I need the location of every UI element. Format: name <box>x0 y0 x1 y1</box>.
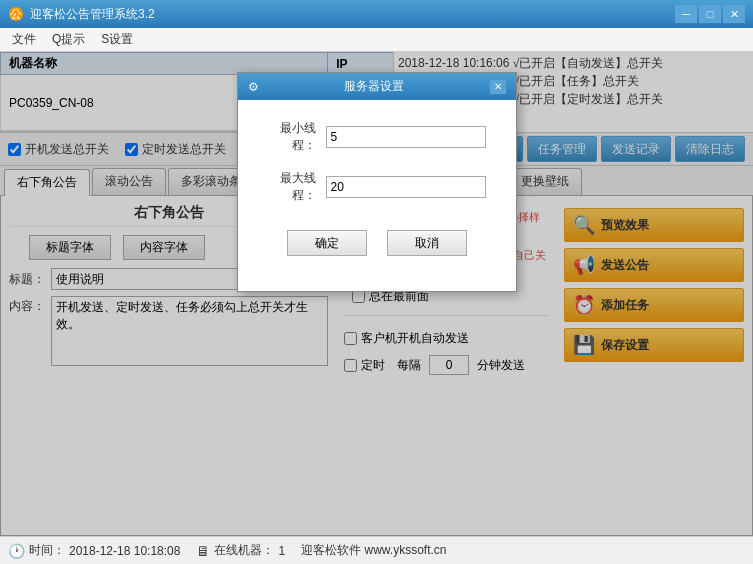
online-label: 在线机器： <box>214 542 274 559</box>
clock-icon: 🕐 <box>8 543 25 559</box>
dialog-title-text: 服务器设置 <box>344 78 404 95</box>
main-content: 机器名称 IP 分组 PC0359_CN-08 127.0.0.1 默认分组 2… <box>0 52 753 536</box>
monitor-icon: 🖥 <box>196 543 210 559</box>
menu-file[interactable]: 文件 <box>4 29 44 50</box>
close-button[interactable]: ✕ <box>723 5 745 23</box>
status-bar: 🕐 时间： 2018-12-18 10:18:08 🖥 在线机器： 1 迎客松软… <box>0 536 753 564</box>
title-bar-title: 迎客松公告管理系统3.2 <box>30 6 675 23</box>
dialog-body: 最小线程： 最大线程： 确定 取消 <box>238 100 516 291</box>
dialog-close-button[interactable]: ✕ <box>490 80 506 94</box>
min-thread-row: 最小线程： <box>268 120 486 154</box>
server-settings-dialog: ⚙ 服务器设置 ✕ 最小线程： 最大线程： 确定 取消 <box>237 72 517 292</box>
svg-text:公: 公 <box>10 7 22 21</box>
dialog-title-icon: ⚙ <box>248 80 259 94</box>
dialog-overlay: ⚙ 服务器设置 ✕ 最小线程： 最大线程： 确定 取消 <box>0 52 753 536</box>
min-thread-label: 最小线程： <box>268 120 316 154</box>
dialog-title-bar: ⚙ 服务器设置 ✕ <box>238 73 516 100</box>
menu-bar: 文件 Q提示 S设置 <box>0 28 753 52</box>
window-controls: ─ □ ✕ <box>675 5 745 23</box>
dialog-cancel-button[interactable]: 取消 <box>387 230 467 256</box>
menu-settings[interactable]: S设置 <box>93 29 141 50</box>
max-thread-label: 最大线程： <box>268 170 316 204</box>
max-thread-input[interactable] <box>326 176 486 198</box>
max-thread-row: 最大线程： <box>268 170 486 204</box>
menu-hint[interactable]: Q提示 <box>44 29 93 50</box>
time-label: 时间： <box>29 542 65 559</box>
dialog-confirm-button[interactable]: 确定 <box>287 230 367 256</box>
minimize-button[interactable]: ─ <box>675 5 697 23</box>
time-value: 2018-12-18 10:18:08 <box>69 544 180 558</box>
app-icon: 公 <box>8 6 24 22</box>
title-bar: 公 迎客松公告管理系统3.2 ─ □ ✕ <box>0 0 753 28</box>
status-time: 🕐 时间： 2018-12-18 10:18:08 <box>8 542 180 559</box>
online-count: 1 <box>278 544 285 558</box>
maximize-button[interactable]: □ <box>699 5 721 23</box>
status-brand: 迎客松软件 www.ykssoft.cn <box>301 542 446 559</box>
brand-text: 迎客松软件 www.ykssoft.cn <box>301 542 446 559</box>
status-online: 🖥 在线机器： 1 <box>196 542 285 559</box>
dialog-buttons: 确定 取消 <box>268 220 486 271</box>
min-thread-input[interactable] <box>326 126 486 148</box>
